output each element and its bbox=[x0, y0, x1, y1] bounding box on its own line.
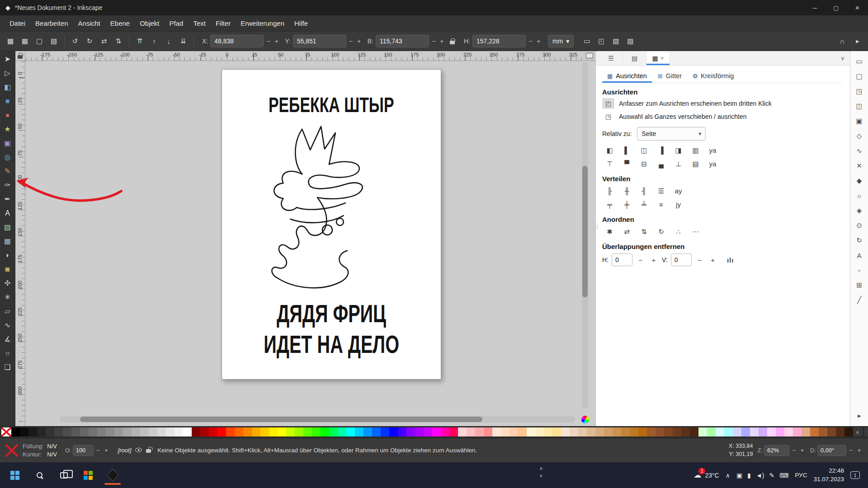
opacity-input[interactable] bbox=[73, 445, 94, 456]
palette-swatch[interactable] bbox=[243, 427, 252, 436]
palette-swatch[interactable] bbox=[415, 427, 424, 436]
x-increment-button[interactable]: + bbox=[273, 35, 280, 47]
palette-swatch[interactable] bbox=[406, 427, 415, 436]
gradient-tool[interactable]: ▧ bbox=[1, 220, 14, 234]
opacity-increment-button[interactable]: + bbox=[103, 445, 110, 456]
align-right-edges[interactable]: ▐ bbox=[654, 144, 669, 156]
start-button[interactable] bbox=[5, 465, 25, 486]
pages-tool[interactable]: ❏ bbox=[1, 360, 14, 374]
overlap-h-increment-button[interactable]: + bbox=[649, 254, 659, 265]
palette-swatch[interactable] bbox=[836, 427, 844, 436]
y-decrement-button[interactable]: − bbox=[347, 35, 355, 47]
palette-swatch[interactable] bbox=[28, 427, 37, 436]
snap-path-intersections[interactable]: ✕ bbox=[853, 159, 866, 173]
palette-swatch[interactable] bbox=[157, 427, 166, 436]
chevron-up-icon[interactable]: ∧ bbox=[537, 465, 545, 472]
vertical-ruler[interactable]: 0255075100125150175200225250275300 bbox=[15, 51, 25, 426]
palette-swatch[interactable] bbox=[570, 427, 578, 436]
tab-kreisfoermig[interactable]: ❂ Kreisförmig bbox=[688, 69, 739, 83]
page-text-line2[interactable]: ИДЕТ НА ДЕЛО bbox=[222, 330, 441, 359]
snap-bbox-edge-midpoints[interactable]: ◫ bbox=[853, 99, 866, 113]
palette-swatch[interactable] bbox=[690, 427, 698, 436]
align-top-edges-to-bottom-of-anchor[interactable]: ⊥ bbox=[671, 158, 686, 170]
palette-swatch[interactable] bbox=[604, 427, 613, 436]
distribute-text-anchors-vertically[interactable]: jy bbox=[671, 198, 686, 211]
selection-cue-toggle[interactable]: ▧ bbox=[47, 34, 61, 48]
page-text-line1[interactable]: ДЯДЯ ФРИЦ bbox=[222, 299, 441, 328]
palette-swatch[interactable] bbox=[544, 427, 552, 436]
palette-swatch[interactable] bbox=[149, 427, 157, 436]
vertical-scrollbar[interactable] bbox=[582, 62, 588, 408]
palette-swatch[interactable] bbox=[20, 427, 28, 436]
relative-to-select[interactable]: Seite ▾ bbox=[637, 127, 706, 141]
snap-text-baselines[interactable]: A bbox=[853, 249, 866, 262]
distribute-centers-vertically[interactable]: ╪ bbox=[619, 198, 634, 211]
width-input[interactable] bbox=[376, 35, 429, 47]
distribute-equal-vertical-gaps[interactable]: ≡ bbox=[654, 198, 669, 211]
panel-resize-handle[interactable]: ⋮ bbox=[594, 224, 598, 251]
distribute-right-edges[interactable]: ╢ bbox=[637, 185, 651, 197]
select-all-layers-button[interactable]: ▦ bbox=[18, 34, 32, 48]
snap-smooth-nodes[interactable]: ○ bbox=[853, 189, 866, 202]
snap-bbox-centers[interactable]: ▣ bbox=[853, 114, 866, 128]
align-right-edges-to-left-of-anchor[interactable]: ◧ bbox=[602, 144, 617, 156]
palette-swatch[interactable] bbox=[278, 427, 286, 436]
lock-aspect-ratio-toggle[interactable] bbox=[446, 34, 459, 48]
hidden-icons-button[interactable]: ∧ bbox=[726, 472, 730, 479]
palette-swatch[interactable] bbox=[819, 427, 827, 436]
align-text-horizontal[interactable]: ya bbox=[705, 144, 720, 156]
palette-swatch[interactable] bbox=[175, 427, 183, 436]
palette-swatch[interactable] bbox=[673, 427, 681, 436]
display-tray-icon[interactable]: ▣ bbox=[736, 472, 742, 479]
layer-visibility-toggle[interactable] bbox=[135, 447, 142, 454]
palette-swatch[interactable] bbox=[432, 427, 441, 436]
palette-swatch[interactable] bbox=[295, 427, 303, 436]
palette-swatch[interactable] bbox=[114, 427, 123, 436]
rotation-increment-button[interactable]: + bbox=[856, 445, 863, 456]
spiral-tool[interactable]: ◎ bbox=[1, 150, 14, 164]
overlap-v-increment-button[interactable]: + bbox=[708, 254, 718, 265]
rotation-input[interactable] bbox=[817, 445, 846, 456]
current-layer-name[interactable]: [root] bbox=[118, 447, 132, 454]
palette-swatch[interactable] bbox=[200, 427, 209, 436]
palette-swatch[interactable] bbox=[346, 427, 355, 436]
palette-swatch[interactable] bbox=[97, 427, 106, 436]
palette-swatch[interactable] bbox=[424, 427, 432, 436]
palette-swatch[interactable] bbox=[123, 427, 132, 436]
paint-bucket-tool[interactable]: ◙ bbox=[1, 262, 14, 276]
connector-tool[interactable]: ∿ bbox=[1, 318, 14, 332]
snap-grid[interactable]: ⊞ bbox=[853, 278, 866, 292]
menubar-item[interactable]: Datei bbox=[5, 15, 30, 31]
star-tool[interactable]: ★ bbox=[1, 122, 14, 136]
palette-swatch[interactable] bbox=[501, 427, 509, 436]
width-decrement-button[interactable]: − bbox=[430, 35, 438, 47]
center-on-vertical-axis[interactable]: ◫ bbox=[637, 144, 651, 156]
inkscape-taskbar-button[interactable] bbox=[102, 465, 123, 486]
pencil-tool[interactable]: ✎ bbox=[1, 164, 14, 178]
palette-swatch[interactable] bbox=[321, 427, 329, 436]
palette-swatch[interactable] bbox=[664, 427, 673, 436]
notifications-button[interactable]: 1 bbox=[850, 471, 860, 479]
snap-bounding-box[interactable]: ▭ bbox=[853, 55, 866, 68]
palette-swatch[interactable] bbox=[681, 427, 690, 436]
palette-swatch[interactable] bbox=[827, 427, 836, 436]
palette-swatch[interactable] bbox=[552, 427, 561, 436]
spray-tool[interactable]: ✳ bbox=[1, 290, 14, 304]
tweak-tool[interactable]: ✣ bbox=[1, 276, 14, 290]
bezier-pen-tool[interactable]: ✑ bbox=[1, 178, 14, 192]
layer-lock-toggle[interactable] bbox=[146, 447, 151, 454]
palette-swatch[interactable] bbox=[613, 427, 621, 436]
y-input[interactable] bbox=[293, 35, 346, 47]
distribute-centers-horizontally[interactable]: ╫ bbox=[619, 185, 634, 197]
palette-swatch[interactable] bbox=[698, 427, 707, 436]
snap-path[interactable]: ∿ bbox=[853, 144, 866, 158]
menubar-item[interactable]: Objekt bbox=[135, 15, 164, 31]
snap-guides[interactable]: ╱ bbox=[853, 293, 866, 307]
node-tool[interactable]: ▷ bbox=[1, 66, 14, 80]
ellipse-tool[interactable]: ● bbox=[1, 108, 14, 122]
palette-swatch[interactable] bbox=[441, 427, 449, 436]
palette-swatch[interactable] bbox=[621, 427, 630, 436]
raise-to-top-button[interactable]: ⇈ bbox=[133, 34, 146, 48]
palette-swatch[interactable] bbox=[140, 427, 149, 436]
palette-swatch[interactable] bbox=[707, 427, 716, 436]
